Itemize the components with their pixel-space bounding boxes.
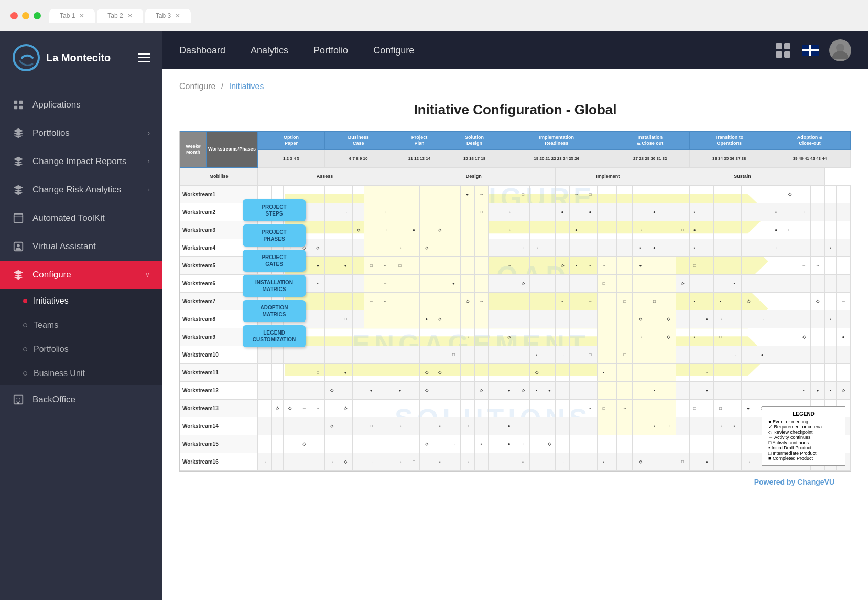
cell-6-34[interactable] [700, 274, 713, 292]
cell-6-11[interactable] [392, 274, 408, 292]
cell-5-31[interactable] [660, 256, 676, 274]
cell-16-31[interactable]: → [660, 453, 676, 470]
cell-8-21[interactable] [530, 310, 544, 328]
cell-14-3[interactable] [283, 417, 297, 435]
cell-8-19[interactable] [502, 310, 516, 328]
cell-6-26[interactable]: □ [597, 274, 611, 292]
cell-4-22[interactable] [544, 239, 555, 256]
cell-12-6[interactable]: ◇ [325, 381, 339, 399]
cell-2-44[interactable] [837, 203, 851, 221]
cell-5-28[interactable] [617, 256, 633, 274]
cell-13-9[interactable] [364, 399, 378, 417]
cell-10-4[interactable] [297, 346, 311, 363]
cell-10-30[interactable] [648, 346, 660, 363]
cell-11-29[interactable] [633, 363, 648, 381]
cell-14-23[interactable] [556, 417, 569, 435]
cell-15-13[interactable]: ◇ [420, 435, 433, 453]
cell-14-13[interactable] [420, 417, 433, 435]
cell-11-42[interactable] [811, 363, 824, 381]
cell-4-27[interactable] [611, 239, 617, 256]
cell-11-21[interactable]: ◇ [530, 363, 544, 381]
cell-4-31[interactable] [660, 239, 676, 256]
cell-10-21[interactable]: ▪ [530, 346, 544, 363]
cell-3-42[interactable] [811, 221, 824, 239]
cell-6-17[interactable] [474, 274, 488, 292]
cell-6-10[interactable]: → [378, 274, 392, 292]
cell-3-41[interactable] [797, 221, 810, 239]
cell-5-42[interactable]: → [811, 256, 824, 274]
cell-3-10[interactable]: □ [378, 221, 392, 239]
cell-16-36[interactable] [728, 453, 741, 470]
cell-11-8[interactable] [353, 363, 364, 381]
layout-toggle-icon[interactable] [775, 42, 791, 59]
cell-10-40[interactable] [783, 346, 797, 363]
cell-12-33[interactable] [689, 381, 700, 399]
cell-8-30[interactable] [648, 310, 660, 328]
cell-9-28[interactable] [617, 328, 633, 346]
cell-6-16[interactable] [461, 274, 474, 292]
cell-5-14[interactable] [433, 256, 447, 274]
cell-5-7[interactable]: ● [339, 256, 352, 274]
cell-16-14[interactable]: ▪ [433, 453, 447, 470]
cell-12-31[interactable] [660, 381, 676, 399]
cell-7-34[interactable] [700, 292, 713, 310]
cell-1-40[interactable]: ◇ [783, 185, 797, 203]
cell-1-36[interactable] [728, 185, 741, 203]
cell-8-39[interactable] [769, 310, 783, 328]
cell-14-25[interactable] [583, 417, 597, 435]
cell-7-29[interactable] [633, 292, 648, 310]
cell-8-23[interactable] [556, 310, 569, 328]
cell-2-6[interactable] [325, 203, 339, 221]
cell-9-16[interactable]: → [461, 328, 474, 346]
cell-3-36[interactable] [728, 221, 741, 239]
cell-16-3[interactable] [283, 453, 297, 470]
maximize-dot[interactable] [34, 12, 41, 19]
cell-14-4[interactable] [297, 417, 311, 435]
cell-9-7[interactable] [339, 328, 352, 346]
cell-13-32[interactable] [676, 399, 689, 417]
cell-16-34[interactable]: ● [700, 453, 713, 470]
cell-10-8[interactable] [353, 346, 364, 363]
cell-1-41[interactable] [797, 185, 810, 203]
cell-2-13[interactable] [420, 203, 433, 221]
cell-12-17[interactable]: ◇ [474, 381, 488, 399]
cell-8-38[interactable]: → [755, 310, 769, 328]
cell-1-35[interactable] [714, 185, 728, 203]
cell-1-10[interactable] [378, 185, 392, 203]
cell-3-35[interactable] [714, 221, 728, 239]
cell-13-11[interactable] [392, 399, 408, 417]
cell-6-33[interactable] [689, 274, 700, 292]
cell-9-21[interactable] [530, 328, 544, 346]
cell-15-15[interactable]: → [447, 435, 460, 453]
cell-4-23[interactable] [556, 239, 569, 256]
cell-7-13[interactable] [420, 292, 433, 310]
cell-6-30[interactable] [648, 274, 660, 292]
cell-4-6[interactable] [325, 239, 339, 256]
cell-10-7[interactable] [339, 346, 352, 363]
cell-8-5[interactable] [311, 310, 324, 328]
cell-1-12[interactable] [408, 185, 420, 203]
cell-3-6[interactable] [325, 221, 339, 239]
cell-2-40[interactable] [783, 203, 797, 221]
cell-2-34[interactable] [700, 203, 713, 221]
cell-2-26[interactable] [597, 203, 611, 221]
cell-13-27[interactable] [611, 399, 617, 417]
cell-1-16[interactable]: ● [461, 185, 474, 203]
cell-4-13[interactable]: ◇ [420, 239, 433, 256]
cell-15-9[interactable] [364, 435, 378, 453]
cell-5-22[interactable] [544, 256, 555, 274]
cell-10-41[interactable] [797, 346, 810, 363]
hamburger-menu[interactable] [138, 53, 150, 62]
cell-1-18[interactable] [488, 185, 502, 203]
cell-4-7[interactable] [339, 239, 352, 256]
cell-5-21[interactable] [530, 256, 544, 274]
cell-1-38[interactable] [755, 185, 769, 203]
cell-5-35[interactable] [714, 256, 728, 274]
overlay-box-project-gates[interactable]: PROJECTGATES [243, 250, 306, 272]
cell-5-6[interactable] [325, 256, 339, 274]
cell-10-42[interactable] [811, 346, 824, 363]
cell-6-15[interactable]: ● [447, 274, 460, 292]
cell-9-25[interactable] [583, 328, 597, 346]
cell-6-32[interactable]: ◇ [676, 274, 689, 292]
cell-6-24[interactable] [569, 274, 583, 292]
